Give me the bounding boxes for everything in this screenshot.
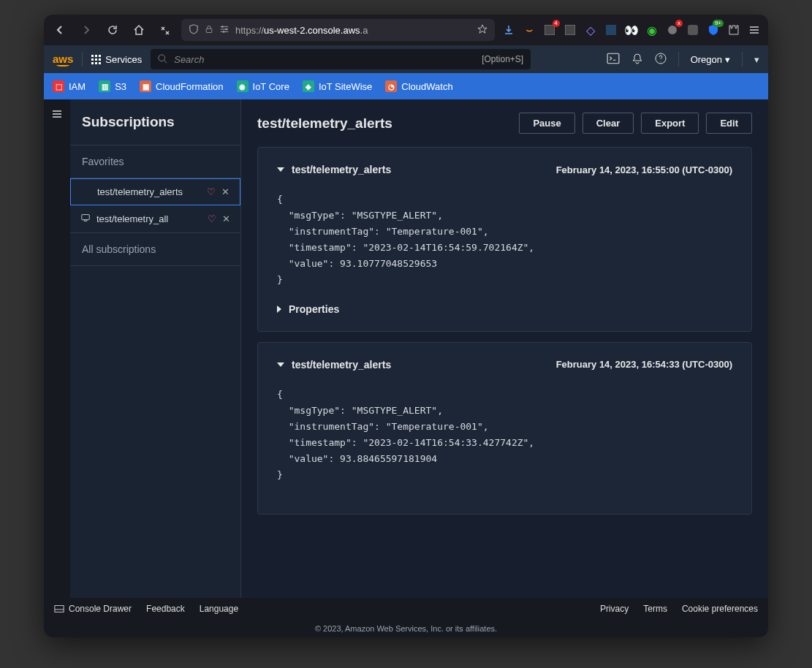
search-shortcut: [Option+S] <box>482 54 523 64</box>
search-placeholder: Search <box>174 54 204 65</box>
terms-link[interactable]: Terms <box>643 604 667 614</box>
svg-point-3 <box>223 31 225 33</box>
svg-rect-5 <box>565 25 575 35</box>
download-icon[interactable] <box>501 22 517 38</box>
ext7-icon[interactable]: x <box>664 22 680 38</box>
ext8-icon[interactable] <box>685 22 701 38</box>
sidebar: Subscriptions Favorites test/telemetry_a… <box>70 99 241 598</box>
cookie-link[interactable]: Cookie preferences <box>682 604 758 614</box>
sidebar-item-label: test/telemetry_all <box>96 213 202 224</box>
home-button[interactable] <box>129 20 149 40</box>
clear-button[interactable]: Clear <box>583 113 634 134</box>
ext1-icon[interactable]: 4 <box>542 22 558 38</box>
fav-label: CloudFormation <box>156 81 224 92</box>
copyright: © 2023, Amazon Web Services, Inc. or its… <box>44 620 768 637</box>
svg-rect-12 <box>82 215 90 220</box>
svg-rect-6 <box>606 25 616 35</box>
fav-s3[interactable]: ▥S3 <box>99 80 126 92</box>
back-button[interactable] <box>50 20 70 40</box>
ext3-icon[interactable]: ◇ <box>583 22 599 38</box>
tools-icon[interactable] <box>155 20 175 40</box>
search-icon <box>158 54 168 64</box>
browser-toolbar: https://us-west-2.console.aws.a ⌣ 4 ◇ 👀 … <box>44 15 768 45</box>
addons-icon[interactable] <box>726 22 742 38</box>
svg-rect-8 <box>688 25 698 35</box>
extensions-area: ⌣ 4 ◇ 👀 ◉ x 9+ <box>501 22 762 38</box>
close-icon[interactable]: ✕ <box>221 186 229 197</box>
caret-down-icon[interactable] <box>277 363 284 367</box>
menu-icon[interactable] <box>746 22 762 38</box>
edit-button[interactable]: Edit <box>706 113 752 134</box>
sidebar-favorites-header: Favorites <box>70 145 240 178</box>
message-topic: test/telemetry_alerts <box>292 164 549 175</box>
svg-point-1 <box>221 26 224 28</box>
ext4-icon[interactable] <box>603 22 619 38</box>
url-text: https://us-west-2.console.aws.a <box>235 25 471 36</box>
svg-rect-4 <box>545 25 555 35</box>
message-card: test/telemetry_alerts February 14, 2023,… <box>257 342 752 515</box>
region-selector[interactable]: Oregon▾ <box>691 54 730 65</box>
message-timestamp: February 14, 2023, 16:55:00 (UTC-0300) <box>556 164 732 175</box>
account-menu[interactable]: ▾ <box>754 54 759 65</box>
shield-icon <box>189 24 199 37</box>
aws-logo[interactable]: aws <box>53 53 73 67</box>
reload-button[interactable] <box>102 20 123 40</box>
fav-label: S3 <box>115 81 126 92</box>
star-icon[interactable] <box>477 24 487 37</box>
fav-iot-sitewise[interactable]: ◈IoT SiteWise <box>303 80 372 92</box>
properties-toggle[interactable]: Properties <box>277 303 732 315</box>
sidebar-all-subscriptions[interactable]: All subscriptions <box>70 233 240 266</box>
lock-icon <box>205 25 213 36</box>
tune-icon <box>219 24 229 37</box>
services-label: Services <box>105 54 142 65</box>
pause-button[interactable]: Pause <box>519 113 574 134</box>
ext9-icon[interactable]: 9+ <box>705 22 721 38</box>
svg-point-2 <box>225 28 227 30</box>
caret-right-icon <box>277 305 281 313</box>
main-content: Subscriptions Favorites test/telemetry_a… <box>44 99 768 598</box>
svg-rect-13 <box>55 606 64 612</box>
fav-cloudformation[interactable]: ▦CloudFormation <box>140 80 224 92</box>
aws-favorites-bar: ⬚IAM ▥S3 ▦CloudFormation ◉IoT Core ◈IoT … <box>44 73 768 99</box>
sidebar-item-telemetry-all[interactable]: test/telemetry_all ♡ ✕ <box>70 205 240 233</box>
language-link[interactable]: Language <box>200 604 238 614</box>
feedback-link[interactable]: Feedback <box>146 604 185 614</box>
sidebar-item-telemetry-alerts[interactable]: test/telemetry_alerts ♡ ✕ <box>70 178 240 205</box>
sidebar-title: Subscriptions <box>70 99 240 145</box>
message-card: test/telemetry_alerts February 14, 2023,… <box>257 147 752 332</box>
services-menu[interactable]: Services <box>91 54 142 65</box>
footer-label: Console Drawer <box>69 604 132 614</box>
fav-iam[interactable]: ⬚IAM <box>53 80 86 92</box>
help-icon[interactable] <box>655 53 667 67</box>
fav-label: IoT Core <box>253 81 289 92</box>
caret-down-icon[interactable] <box>277 167 284 172</box>
url-bar[interactable]: https://us-west-2.console.aws.a <box>181 19 495 41</box>
sitewise-icon: ◈ <box>303 80 314 92</box>
ext2-icon[interactable] <box>562 22 578 38</box>
heart-icon[interactable]: ♡ <box>208 213 216 224</box>
cloudshell-icon[interactable] <box>607 52 620 67</box>
heart-icon[interactable]: ♡ <box>207 186 216 197</box>
grid-icon <box>91 55 101 64</box>
svg-rect-10 <box>607 53 619 64</box>
console-drawer-toggle[interactable]: Console Drawer <box>54 604 132 614</box>
forward-button[interactable] <box>76 20 96 40</box>
close-icon[interactable]: ✕ <box>222 213 230 224</box>
badge: x <box>675 20 683 27</box>
svg-point-9 <box>159 55 165 61</box>
amazon-ext-icon[interactable]: ⌣ <box>521 22 537 38</box>
message-body: { "msgType": "MSGTYPE_ALERT", "instrumen… <box>277 191 732 289</box>
export-button[interactable]: Export <box>641 113 699 134</box>
fav-iot-core[interactable]: ◉IoT Core <box>237 80 289 92</box>
bell-icon[interactable] <box>631 53 643 67</box>
aws-header: aws Services Search [Option+S] Oregon▾ ▾ <box>44 45 768 73</box>
ext6-icon[interactable]: ◉ <box>644 22 660 38</box>
topic-icon <box>80 213 91 225</box>
ext5-icon[interactable]: 👀 <box>623 22 640 38</box>
privacy-link[interactable]: Privacy <box>600 604 629 614</box>
aws-search[interactable]: Search [Option+S] <box>151 49 531 69</box>
iam-icon: ⬚ <box>53 80 64 92</box>
nav-toggle[interactable] <box>44 99 70 598</box>
fav-cloudwatch[interactable]: ◔CloudWatch <box>385 80 452 92</box>
sidebar-item-label: test/telemetry_alerts <box>97 186 201 197</box>
